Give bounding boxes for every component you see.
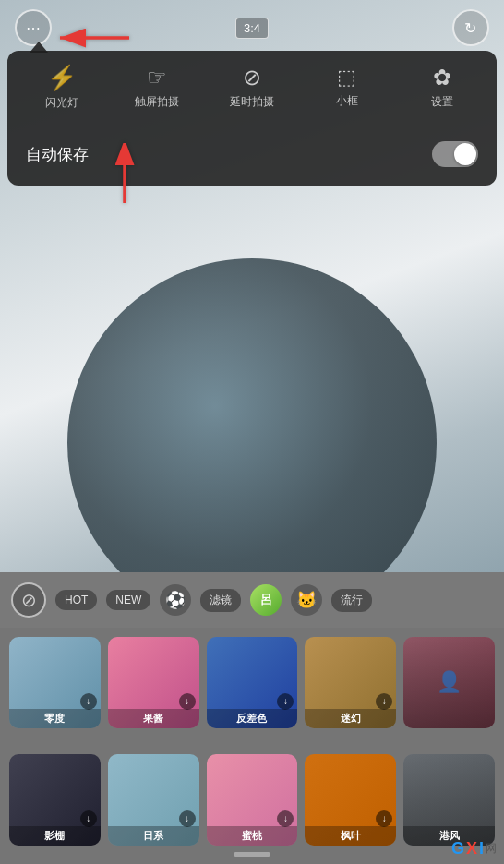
- filter-tag-hot[interactable]: HOT: [55, 590, 97, 610]
- timer-option[interactable]: ⊘ 延时拍摄: [205, 66, 300, 110]
- filter-label-mihuan: 迷幻: [305, 709, 396, 728]
- no-filter-button[interactable]: ⊘: [11, 582, 46, 618]
- menu-button[interactable]: ⋯: [15, 9, 52, 46]
- filter-tag-soccer[interactable]: ⚽: [160, 584, 191, 616]
- filter-label-fanchase: 反差色: [207, 709, 298, 728]
- download-badge-guojiang[interactable]: ↓: [179, 693, 196, 710]
- panel-divider: [22, 126, 482, 126]
- download-badge-fengye[interactable]: ↓: [376, 810, 392, 827]
- settings-option[interactable]: ✿ 设置: [394, 66, 489, 110]
- filter-card-yingpeng[interactable]: 影棚 ↓: [9, 754, 101, 846]
- filter-label-lingdu: 零度: [9, 709, 101, 728]
- filter-label-guojiang: 果酱: [108, 709, 199, 728]
- watermark-x: X: [466, 839, 477, 858]
- no-filter-icon: ⊘: [21, 589, 37, 611]
- refresh-button[interactable]: ↻: [452, 9, 489, 46]
- download-badge-mihuan[interactable]: ↓: [376, 693, 392, 710]
- download-badge-rixi[interactable]: ↓: [179, 810, 196, 827]
- filter-card-fanchase[interactable]: 反差色 ↓: [207, 637, 298, 728]
- download-badge-lingdu[interactable]: ↓: [80, 693, 97, 710]
- download-badge-yingpeng[interactable]: ↓: [80, 810, 97, 827]
- timer-label: 延时拍摄: [230, 94, 274, 110]
- filter-label-fengye: 枫叶: [305, 826, 396, 846]
- settings-icon: ✿: [433, 66, 451, 89]
- filter-label-yingpeng: 影棚: [9, 826, 101, 846]
- auto-save-row: 自动保存: [15, 141, 489, 167]
- timer-icon: ⊘: [243, 66, 261, 89]
- filter-label-mitao: 蜜桃: [207, 826, 298, 846]
- auto-save-toggle[interactable]: [432, 141, 478, 167]
- filter-card-gangfeng[interactable]: 港风: [403, 754, 495, 846]
- filter-card-rixi[interactable]: 日系 ↓: [108, 754, 199, 846]
- panel-icons-row: ⚡ 闪光灯 ☞ 触屏拍摄 ⊘ 延时拍摄 ⬚ 小框 ✿ 设置: [15, 66, 489, 111]
- filter-tag-filter[interactable]: 滤镜: [200, 589, 241, 612]
- menu-icon: ⋯: [26, 19, 41, 37]
- filter-card-guojiang[interactable]: 果酱 ↓: [108, 637, 199, 728]
- auto-save-label: 自动保存: [26, 144, 89, 165]
- arrow-indicator-menu: [51, 24, 134, 55]
- arrow-indicator-touch: [111, 143, 138, 211]
- toggle-knob: [454, 143, 476, 165]
- settings-dropdown: ⚡ 闪光灯 ☞ 触屏拍摄 ⊘ 延时拍摄 ⬚ 小框 ✿ 设置 自动保存: [7, 51, 497, 186]
- filter-card-photo1[interactable]: 👤: [403, 637, 495, 728]
- touch-icon: ☞: [147, 66, 167, 89]
- small-frame-icon: ⬚: [337, 67, 356, 88]
- watermark: G X I 网: [451, 839, 497, 858]
- filter-card-fengye[interactable]: 枫叶 ↓: [305, 754, 396, 846]
- filter-tag-cat[interactable]: 🐱: [291, 584, 322, 616]
- filter-strip: ⊘ HOT NEW ⚽ 滤镜 呂 🐱 流行: [0, 572, 504, 628]
- filter-tag-new[interactable]: NEW: [106, 590, 150, 610]
- filter-card-lingdu[interactable]: 零度 ↓: [9, 637, 101, 728]
- filter-tag-lv[interactable]: 呂: [250, 584, 282, 616]
- ratio-badge[interactable]: 3:4: [235, 18, 269, 39]
- scroll-indicator: [234, 852, 270, 857]
- filter-card-mitao[interactable]: 蜜桃 ↓: [207, 754, 298, 846]
- flash-label: 闪光灯: [45, 95, 78, 111]
- watermark-g: G: [451, 839, 464, 858]
- watermark-text: 网: [486, 841, 497, 857]
- refresh-icon: ↻: [464, 19, 476, 37]
- touch-shoot-option[interactable]: ☞ 触屏拍摄: [110, 66, 205, 110]
- filter-card-mihuan[interactable]: 迷幻 ↓: [305, 637, 396, 728]
- small-frame-label: 小框: [336, 93, 358, 109]
- filter-label-rixi: 日系: [108, 826, 199, 846]
- settings-label: 设置: [431, 94, 453, 110]
- flash-option[interactable]: ⚡ 闪光灯: [15, 66, 110, 111]
- touch-label: 触屏拍摄: [135, 94, 179, 110]
- watermark-i: I: [479, 839, 484, 858]
- filter-tag-popular[interactable]: 流行: [331, 589, 372, 612]
- filter-grid: 零度 ↓ 果酱 ↓ 反差色 ↓ 迷幻 ↓ 👤 影棚 ↓ 日系 ↓ 蜜桃 ↓: [0, 628, 504, 864]
- small-frame-option[interactable]: ⬚ 小框: [299, 67, 394, 109]
- flash-icon: ⚡: [47, 66, 77, 90]
- viewfinder-object: [67, 258, 437, 572]
